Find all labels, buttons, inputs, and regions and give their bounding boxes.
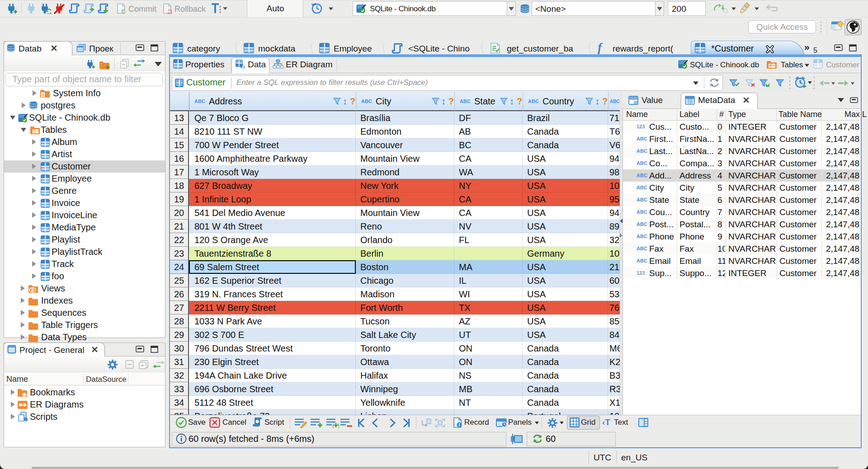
svg-text:<>: <> — [240, 64, 245, 69]
svg-text:): ) — [338, 422, 339, 428]
svg-text:(: ( — [332, 422, 334, 428]
